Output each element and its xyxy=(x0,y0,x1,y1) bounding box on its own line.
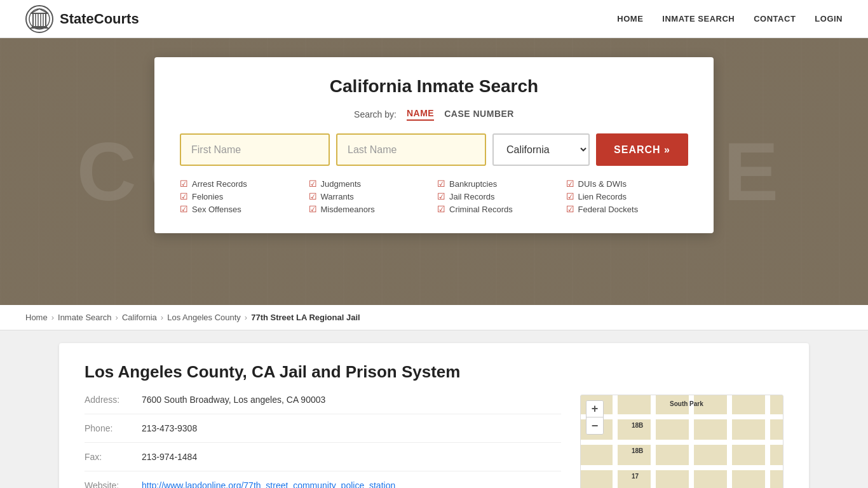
check-label: Jail Records xyxy=(449,192,495,201)
website-label: Website: xyxy=(85,480,142,488)
fax-row: Fax: 213-974-1484 xyxy=(85,452,561,471)
search-button[interactable]: SEARCH » xyxy=(596,133,688,166)
check-icon: ☑ xyxy=(437,179,445,189)
search-card-title: California Inmate Search xyxy=(180,76,688,97)
website-value: http://www.lapdonline.org/77th_street_co… xyxy=(142,480,395,488)
logo-area: StateCourts xyxy=(25,5,139,33)
check-label: Warrants xyxy=(321,192,354,201)
map-label-18b-1: 18B xyxy=(632,422,643,429)
tab-name[interactable]: NAME xyxy=(407,108,434,121)
check-icon: ☑ xyxy=(566,191,574,201)
map-road-v2 xyxy=(651,395,656,488)
tab-case-number[interactable]: CASE NUMBER xyxy=(444,109,514,120)
search-by-row: Search by: NAME CASE NUMBER xyxy=(180,108,688,121)
first-name-input[interactable] xyxy=(180,133,330,166)
breadcrumb-link[interactable]: Los Angeles County xyxy=(167,313,241,322)
info-details: Address: 7600 South Broadway, Los angele… xyxy=(85,395,561,488)
map-road-v3 xyxy=(689,395,694,488)
check-icon: ☑ xyxy=(180,179,188,189)
phone-row: Phone: 213-473-9308 xyxy=(85,423,561,443)
logo-icon xyxy=(25,5,53,33)
last-name-input[interactable] xyxy=(336,133,486,166)
state-select[interactable]: California Alabama Alaska Arizona Arkans… xyxy=(492,133,590,166)
check-label: Criminal Records xyxy=(449,205,513,214)
address-row: Address: 7600 South Broadway, Los angele… xyxy=(85,395,561,414)
map-zoom-out[interactable]: − xyxy=(587,417,603,434)
map-road-v1 xyxy=(613,395,618,488)
phone-label: Phone: xyxy=(85,423,142,433)
check-icon: ☑ xyxy=(566,204,574,214)
map-placeholder: South Park 18B 18B 17 Florence + − xyxy=(581,395,783,488)
map-road-h1 xyxy=(581,414,783,419)
map-label-south-park: South Park xyxy=(670,400,703,407)
check-label: Felonies xyxy=(192,192,223,201)
breadcrumb-link[interactable]: Inmate Search xyxy=(58,313,112,322)
check-item: ☑ Judgments xyxy=(309,179,431,189)
breadcrumb-separator: › xyxy=(116,313,118,322)
breadcrumb: Home›Inmate Search›California›Los Angele… xyxy=(0,305,868,330)
facility-title: Los Angeles County, CA Jail and Prison S… xyxy=(85,362,783,382)
breadcrumb-link[interactable]: California xyxy=(122,313,157,322)
nav-inmate-search[interactable]: INMATE SEARCH xyxy=(662,14,735,24)
content-card: Los Angeles County, CA Jail and Prison S… xyxy=(59,343,809,488)
hero-section: COURTHOUSE California Inmate Search Sear… xyxy=(0,38,868,305)
check-label: Arrest Records xyxy=(192,179,247,189)
check-item: ☑ Warrants xyxy=(309,191,431,201)
fax-value: 213-974-1484 xyxy=(142,452,197,462)
search-by-label: Search by: xyxy=(354,109,397,119)
map-road-h2 xyxy=(581,440,783,445)
breadcrumb-current: 77th Street LA Regional Jail xyxy=(251,313,360,322)
check-item: ☑ Federal Dockets xyxy=(566,204,689,214)
logo-text: StateCourts xyxy=(60,11,139,27)
fax-label: Fax: xyxy=(85,452,142,462)
check-item: ☑ Felonies xyxy=(180,191,302,201)
check-icon: ☑ xyxy=(437,204,445,214)
map-area: South Park 18B 18B 17 Florence + − xyxy=(580,395,783,488)
check-icon: ☑ xyxy=(566,179,574,189)
check-item: ☑ Criminal Records xyxy=(437,204,560,214)
check-item: ☑ Arrest Records xyxy=(180,179,302,189)
website-row: Website: http://www.lapdonline.org/77th_… xyxy=(85,480,561,488)
check-label: Judgments xyxy=(321,179,362,189)
search-card: California Inmate Search Search by: NAME… xyxy=(154,57,714,233)
nav-home[interactable]: HOME xyxy=(617,14,643,24)
phone-value: 213-473-9308 xyxy=(142,423,197,433)
map-controls: + − xyxy=(586,400,604,435)
check-label: Bankruptcies xyxy=(449,179,497,189)
check-item: ☑ DUIs & DWIs xyxy=(566,179,689,189)
address-value: 7600 South Broadway, Los angeles, CA 900… xyxy=(142,395,325,405)
check-item: ☑ Sex Offenses xyxy=(180,204,302,214)
breadcrumb-link[interactable]: Home xyxy=(25,313,48,322)
checks-grid: ☑ Arrest Records☑ Judgments☑ Bankruptcie… xyxy=(180,179,688,214)
check-item: ☑ Bankruptcies xyxy=(437,179,560,189)
main-content: Los Angeles County, CA Jail and Prison S… xyxy=(34,343,834,488)
map-road-v4 xyxy=(727,395,732,488)
main-nav: HOME INMATE SEARCH CONTACT LOGIN xyxy=(617,14,843,24)
check-icon: ☑ xyxy=(309,179,317,189)
check-icon: ☑ xyxy=(180,204,188,214)
check-icon: ☑ xyxy=(309,204,317,214)
search-inputs-row: California Alabama Alaska Arizona Arkans… xyxy=(180,133,688,166)
check-label: Sex Offenses xyxy=(192,205,241,214)
website-link[interactable]: http://www.lapdonline.org/77th_street_co… xyxy=(142,480,395,488)
check-item: ☑ Jail Records xyxy=(437,191,560,201)
breadcrumb-separator: › xyxy=(161,313,163,322)
check-label: DUIs & DWIs xyxy=(578,179,627,189)
map-label-18b-2: 18B xyxy=(632,447,643,454)
check-label: Federal Dockets xyxy=(578,205,639,214)
header: StateCourts HOME INMATE SEARCH CONTACT L… xyxy=(0,0,868,38)
address-label: Address: xyxy=(85,395,142,405)
map-zoom-in[interactable]: + xyxy=(587,401,603,417)
map-road-v5 xyxy=(765,395,770,488)
map-road-h3 xyxy=(581,465,783,470)
breadcrumb-separator: › xyxy=(51,313,54,322)
check-item: ☑ Lien Records xyxy=(566,191,689,201)
check-label: Lien Records xyxy=(578,192,627,201)
check-icon: ☑ xyxy=(437,191,445,201)
check-item: ☑ Misdemeanors xyxy=(309,204,431,214)
check-icon: ☑ xyxy=(180,191,188,201)
check-icon: ☑ xyxy=(309,191,317,201)
nav-contact[interactable]: CONTACT xyxy=(754,14,796,24)
info-layout: Address: 7600 South Broadway, Los angele… xyxy=(85,395,783,488)
nav-login[interactable]: LOGIN xyxy=(815,14,843,24)
